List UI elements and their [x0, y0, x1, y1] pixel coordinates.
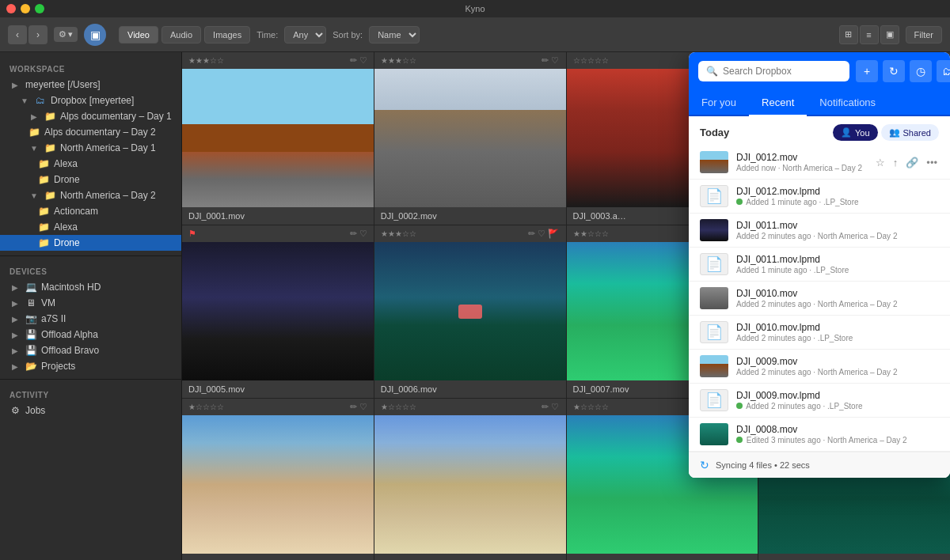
cell-footer [374, 554, 566, 560]
file-meta: Added 2 minutes ago · North America – Da… [736, 368, 939, 376]
add-button[interactable]: + [856, 60, 878, 82]
list-item[interactable]: DJI_0008.mov Edited 3 minutes ago · Nort… [689, 418, 950, 452]
file-thumbnail: 📄 [700, 389, 728, 411]
you-filter-button[interactable]: 👤 You [833, 124, 878, 141]
brand-icon-button[interactable]: ▣ [84, 24, 106, 46]
share-button[interactable]: ↑ [891, 155, 900, 170]
sidebar-item-alps-day2[interactable]: 📁 Alps documentary – Day 2 [0, 124, 181, 140]
table-row: ★★★☆☆ ✏ ♡ DJI_0002.mov [374, 52, 566, 225]
file-name: DJI_0012.mov.lpmd [736, 186, 939, 197]
filter-right-button[interactable]: Filter [906, 26, 942, 44]
cell-actions: ✏ ♡ [350, 402, 367, 412]
file-meta: Added now · North America – Day 2 [736, 164, 866, 172]
video-thumbnail[interactable] [374, 69, 566, 207]
minimize-button[interactable] [21, 4, 30, 13]
list-item[interactable]: 📄 DJI_0010.mov.lpmd Added 2 minutes ago … [689, 316, 950, 350]
sidebar-item-macintosh-hd[interactable]: ▶ 💻 Macintosh HD [0, 279, 181, 295]
close-button[interactable] [6, 4, 16, 13]
tab-notifications[interactable]: Notifications [807, 90, 888, 116]
devices-section-title: Devices [0, 261, 181, 279]
sidebar-item-label: Macintosh HD [41, 282, 101, 293]
search-box[interactable]: 🔍 [698, 61, 849, 81]
sort-select[interactable]: Name [369, 26, 420, 44]
sidebar-divider-2 [0, 379, 181, 380]
today-label: Today [700, 127, 729, 138]
sidebar-item-offload-bravo[interactable]: ▶ 💾 Offload Bravo [0, 342, 181, 358]
file-thumbnail: 📄 [700, 185, 728, 207]
more-button[interactable]: ••• [925, 155, 939, 170]
cell-header: ★★★☆☆ ✏ ♡ [374, 52, 566, 69]
expand-arrow-icon: ▶ [10, 331, 21, 339]
list-item[interactable]: DJI_0011.mov Added 2 minutes ago · North… [689, 214, 950, 248]
file-meta: Added 1 minute ago · .LP_Store [736, 198, 939, 206]
folder-button[interactable]: 🗂 [937, 60, 950, 82]
sidebar-item-alps-day1[interactable]: ▶ 📁 Alps documentary – Day 1 [0, 108, 181, 124]
filter-audio-button[interactable]: Audio [162, 26, 201, 44]
sidebar-item-alexa1[interactable]: 📁 Alexa [0, 156, 181, 172]
sidebar-divider [0, 255, 181, 256]
settings-button[interactable]: ⚙ ▾ [54, 27, 78, 42]
sidebar-item-drone2[interactable]: 📁 Drone [0, 235, 181, 251]
video-thumbnail[interactable] [182, 242, 374, 380]
sidebar-item-a7sii[interactable]: ▶ 📷 a7S II [0, 311, 181, 327]
cell-header: ★★★☆☆ ✏ ♡ 🚩 [374, 225, 566, 242]
file-meta: Added 1 minute ago · .LP_Store [736, 266, 939, 274]
dropbox-tabs: For you Recent Notifications [689, 90, 950, 116]
sidebar-item-label: Alps documentary – Day 2 [44, 127, 156, 138]
workspace-section-title: Workspace [0, 59, 181, 77]
sidebar-item-vm[interactable]: ▶ 🖥 VM [0, 295, 181, 311]
sidebar-item-label: North America – Day 2 [60, 190, 156, 201]
detail-view-button[interactable]: ▣ [880, 25, 899, 44]
sidebar-item-north-america-day2[interactable]: ▼ 📁 North America – Day 2 [0, 187, 181, 203]
history-button[interactable]: ◷ [910, 60, 932, 82]
list-item[interactable]: DJI_0012.mov Added now · North America –… [689, 146, 950, 180]
sync-icon-button[interactable]: ↻ [883, 60, 905, 82]
search-input[interactable] [723, 66, 842, 77]
expand-arrow-icon: ▼ [28, 144, 40, 153]
filename-label: DJI_0003.a… [573, 211, 626, 221]
file-name: DJI_0010.mov.lpmd [736, 322, 939, 333]
sidebar-item-offload-alpha[interactable]: ▶ 💾 Offload Alpha [0, 327, 181, 342]
list-item[interactable]: 📄 DJI_0012.mov.lpmd Added 1 minute ago ·… [689, 180, 950, 214]
file-thumbnail: 📄 [700, 321, 728, 343]
sidebar-item-projects[interactable]: ▶ 📂 Projects [0, 358, 181, 374]
shared-filter-button[interactable]: 👥 Shared [881, 124, 939, 141]
sidebar-item-actioncam[interactable]: 📁 Actioncam [0, 203, 181, 219]
grid-view-button[interactable]: ⊞ [839, 25, 858, 44]
list-item[interactable]: 📄 DJI_0011.mov.lpmd Added 1 minute ago ·… [689, 248, 950, 282]
file-name: DJI_0009.mov [736, 356, 939, 367]
sidebar-item-label: Drone [54, 174, 80, 185]
list-item[interactable]: DJI_0009.mov Added 2 minutes ago · North… [689, 350, 950, 384]
sort-label: Sort by: [332, 30, 363, 40]
filter-images-button[interactable]: Images [204, 26, 250, 44]
list-view-button[interactable]: ≡ [860, 25, 879, 44]
forward-button[interactable]: › [28, 25, 48, 44]
expand-arrow-icon: ▶ [10, 81, 21, 89]
sidebar-item-meyertee[interactable]: ▶ meyertee [/Users] [0, 77, 181, 93]
sidebar-item-dropbox[interactable]: ▼ 🗂 Dropbox [meyertee] [0, 93, 181, 108]
list-item[interactable]: 📄 DJI_0009.mov.lpmd Added 2 minutes ago … [689, 384, 950, 418]
video-thumbnail[interactable] [182, 415, 374, 554]
file-info: DJI_0008.mov Edited 3 minutes ago · Nort… [736, 424, 939, 445]
file-thumbnail [700, 423, 728, 445]
file-name: DJI_0011.mov [736, 220, 939, 231]
video-thumbnail[interactable] [374, 415, 566, 554]
sidebar-item-alexa2[interactable]: 📁 Alexa [0, 219, 181, 235]
cell-footer: DJI_0006.mov [374, 380, 566, 398]
maximize-button[interactable] [35, 4, 44, 13]
time-select[interactable]: Any [284, 26, 326, 44]
filter-video-button[interactable]: Video [119, 26, 158, 44]
list-item[interactable]: DJI_0010.mov Added 2 minutes ago · North… [689, 282, 950, 316]
sidebar-item-north-america-day1[interactable]: ▼ 📁 North America – Day 1 [0, 140, 181, 156]
cell-footer [758, 554, 950, 560]
sidebar-item-jobs[interactable]: ⚙ Jobs [0, 403, 181, 418]
tab-for-you[interactable]: For you [689, 90, 749, 116]
video-thumbnail[interactable] [374, 242, 566, 380]
link-button[interactable]: 🔗 [904, 155, 920, 170]
star-button[interactable]: ☆ [874, 155, 887, 170]
back-button[interactable]: ‹ [8, 25, 27, 44]
video-thumbnail[interactable] [182, 69, 374, 207]
toolbar: ‹ › ⚙ ▾ ▣ Video Audio Images Time: Any S… [0, 17, 950, 52]
tab-recent[interactable]: Recent [749, 90, 807, 116]
sidebar-item-drone1[interactable]: 📁 Drone [0, 172, 181, 187]
